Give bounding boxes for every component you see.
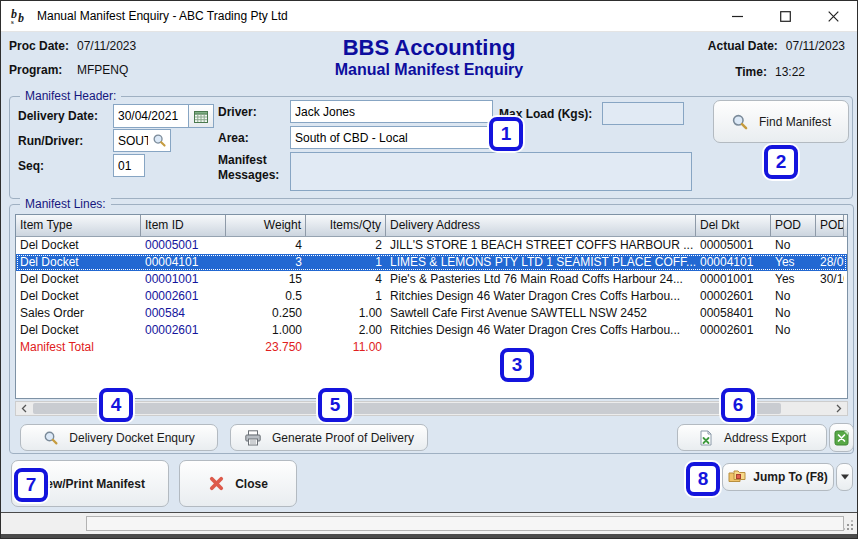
col-item-type[interactable]: Item Type (16, 215, 141, 236)
cell-del-dkt: 00058401 (696, 305, 771, 322)
window-bottom-border (1, 534, 857, 539)
seq-label: Seq: (18, 159, 44, 173)
minimize-button[interactable] (713, 1, 761, 31)
table-row-selected[interactable]: Del Docket 00004101 3 1 LIMES & LEMONS P… (16, 254, 847, 271)
cell-pod-date: 28/09/2 (816, 254, 844, 271)
total-weight: 23.750 (226, 339, 306, 356)
col-item-id[interactable]: Item ID (141, 215, 226, 236)
cell-weight: 1.000 (226, 322, 306, 339)
find-manifest-search-icon (731, 113, 749, 131)
cell-item-id[interactable]: 00004101 (141, 254, 226, 271)
table-row[interactable]: Del Docket 00002601 1.000 2.00 Ritchies … (16, 322, 847, 339)
excel-export-button[interactable] (829, 423, 854, 452)
actual-date-value: 07/11/2023 (786, 39, 845, 53)
cell-delivery-address: Sawtell Cafe First Avenue SAWTELL NSW 24… (386, 305, 696, 322)
window-title: Manual Manifest Enquiry - ABC Trading Pt… (37, 9, 288, 23)
cell-item-id[interactable]: 00002601 (141, 288, 226, 305)
excel-icon (834, 430, 849, 446)
cell-item-id[interactable]: 00002601 (141, 322, 226, 339)
resize-grip[interactable] (842, 517, 854, 531)
cell-items-qty: 1 (306, 254, 386, 271)
calendar-icon (194, 110, 208, 123)
cell-items-qty: 1.00 (306, 305, 386, 322)
delivery-docket-enquiry-label: Delivery Docket Enqury (69, 431, 194, 445)
cell-item-type: Del Docket (16, 288, 141, 305)
table-row[interactable]: Del Docket 00002601 0.5 1 Ritchies Desig… (16, 288, 847, 305)
cell-pod: No (771, 305, 816, 322)
seq-input[interactable] (114, 159, 144, 173)
total-label: Manifest Total (16, 339, 141, 356)
col-del-dkt[interactable]: Del Dkt (696, 215, 771, 236)
close-window-button[interactable] (809, 1, 857, 31)
actual-date-label: Actual Date: (708, 39, 778, 53)
jump-to-dropdown-button[interactable] (836, 463, 853, 491)
col-pod[interactable]: POD (771, 215, 816, 236)
titlebar: b b s Manual Manifest Enquiry - ABC Trad… (1, 1, 857, 32)
cell-pod-date (816, 237, 844, 254)
scroll-right-arrow-icon[interactable] (831, 402, 847, 415)
cell-pod-date: 30/10/2 (816, 271, 844, 288)
table-row[interactable]: Del Docket 00001001 15 4 Pie's & Pasteri… (16, 271, 847, 288)
cell-items-qty: 4 (306, 271, 386, 288)
time-row: Time: 13:22 (735, 65, 805, 79)
delivery-docket-enquiry-button[interactable]: Delivery Docket Enqury (20, 424, 218, 451)
address-export-button[interactable]: Address Export (677, 424, 827, 451)
manifest-total-row: Manifest Total 23.750 11.00 (16, 339, 847, 356)
total-qty: 11.00 (306, 339, 386, 356)
cell-weight: 15 (226, 271, 306, 288)
jump-to-button[interactable]: Jump To (F8) (722, 463, 834, 491)
cell-item-type: Del Docket (16, 237, 141, 254)
col-items-qty[interactable]: Items/Qty (306, 215, 386, 236)
maximize-button[interactable] (761, 1, 809, 31)
close-label: Close (235, 477, 268, 491)
cell-pod: No (771, 237, 816, 254)
table-header-row: Item Type Item ID Weight Items/Qty Deliv… (16, 215, 847, 237)
annotation-badge-8: 8 (686, 462, 720, 496)
delivery-date-field-wrap (113, 104, 214, 128)
max-load-input[interactable] (603, 107, 683, 121)
col-delivery-address[interactable]: Delivery Address (386, 215, 696, 236)
area-input[interactable] (291, 131, 492, 145)
scroll-left-arrow-icon[interactable] (16, 402, 32, 415)
cell-item-id[interactable]: 00005001 (141, 237, 226, 254)
cell-item-type: Del Docket (16, 254, 141, 271)
area-field-wrap (290, 126, 493, 149)
driver-label: Driver: (218, 105, 257, 119)
cell-items-qty: 2.00 (306, 322, 386, 339)
cell-del-dkt: 00002601 (696, 288, 771, 305)
cell-delivery-address: LIMES & LEMONS PTY LTD 1 SEAMIST PLACE C… (386, 254, 696, 271)
svg-text:b: b (18, 11, 24, 25)
delivery-date-input[interactable] (114, 109, 188, 123)
table-row[interactable]: Del Docket 00005001 4 2 JILL'S STORE 1 B… (16, 237, 847, 254)
col-weight[interactable]: Weight (226, 215, 306, 236)
find-manifest-button[interactable]: Find Manifest (713, 100, 849, 143)
cell-delivery-address: Ritchies Design 46 Water Dragon Cres Cof… (386, 288, 696, 305)
cell-pod: No (771, 322, 816, 339)
jump-to-folders-icon (728, 470, 746, 484)
annotation-badge-6: 6 (721, 388, 755, 422)
generate-proof-of-delivery-button[interactable]: Generate Proof of Delivery (230, 424, 428, 451)
run-driver-lookup-icon[interactable] (152, 133, 167, 148)
close-x-icon (208, 475, 225, 492)
time-label: Time: (735, 65, 767, 79)
driver-input[interactable] (291, 105, 492, 119)
cell-items-qty: 1 (306, 288, 386, 305)
run-driver-label: Run/Driver: (18, 134, 83, 148)
cell-pod: No (771, 288, 816, 305)
manifest-messages-field[interactable] (290, 152, 692, 191)
manifest-lines-table: Item Type Item ID Weight Items/Qty Deliv… (15, 214, 848, 399)
total-item-id (141, 339, 226, 356)
scrollbar-thumb[interactable] (33, 403, 781, 414)
col-pod-date[interactable]: POD D (816, 215, 844, 236)
cell-pod-date (816, 305, 844, 322)
close-button[interactable]: Close (179, 460, 297, 507)
calendar-button[interactable] (188, 105, 213, 127)
cell-item-id[interactable]: 000584 (141, 305, 226, 322)
cell-del-dkt: 00001001 (696, 271, 771, 288)
table-row[interactable]: Sales Order 000584 0.250 1.00 Sawtell Ca… (16, 305, 847, 322)
manifest-lines-caption: Manifest Lines: (20, 197, 111, 211)
cell-weight: 0.5 (226, 288, 306, 305)
run-driver-input[interactable] (114, 134, 152, 148)
cell-item-id[interactable]: 00001001 (141, 271, 226, 288)
delivery-date-label: Delivery Date: (18, 109, 98, 123)
